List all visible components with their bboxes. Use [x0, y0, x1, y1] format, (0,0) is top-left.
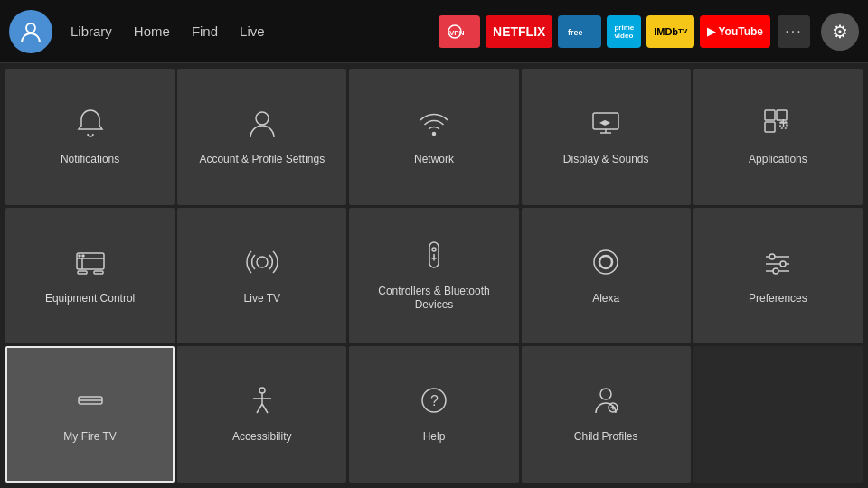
grid-item-live-tv[interactable]: Live TV	[177, 208, 346, 344]
grid-item-controllers-bluetooth[interactable]: Controllers & Bluetooth Devices	[349, 208, 518, 344]
app-imdb[interactable]: IMDbTV	[646, 15, 694, 48]
user-avatar[interactable]	[9, 10, 52, 53]
firetv-icon	[74, 384, 107, 421]
svg-point-21	[82, 255, 84, 257]
svg-point-28	[594, 250, 618, 274]
equipment-control-label: Equipment Control	[45, 292, 135, 306]
svg-line-42	[262, 404, 268, 413]
settings-button[interactable]: ⚙	[821, 13, 859, 51]
svg-point-29	[599, 256, 612, 268]
more-apps-button[interactable]: ···	[778, 15, 810, 48]
svg-rect-19	[94, 271, 103, 274]
alexa-icon	[590, 246, 622, 283]
remote-icon	[418, 239, 450, 276]
svg-point-35	[773, 268, 778, 274]
apps-icon	[761, 107, 794, 144]
svg-line-41	[257, 404, 262, 413]
grid-item-preferences[interactable]: Preferences	[693, 208, 863, 344]
child-profiles-label: Child Profiles	[574, 430, 638, 445]
svg-point-22	[257, 257, 268, 267]
preferences-label: Preferences	[749, 292, 807, 306]
my-fire-tv-label: My Fire TV	[63, 430, 116, 445]
person-icon	[246, 107, 278, 144]
svg-point-0	[26, 23, 35, 33]
svg-point-5	[256, 112, 269, 125]
svg-point-45	[600, 389, 611, 399]
antenna-icon	[246, 246, 278, 283]
app-freevee[interactable]: free	[558, 15, 601, 48]
grid-item-empty	[693, 346, 863, 483]
top-navigation: Library Home Find Live VPN NETFLIX free …	[0, 0, 868, 63]
grid-item-accessibility[interactable]: Accessibility	[177, 346, 346, 483]
bell-icon	[74, 107, 107, 144]
nav-links: Library Home Find Live	[69, 20, 267, 42]
grid-item-notifications[interactable]: Notifications	[5, 69, 175, 205]
display-icon: ◀▶	[590, 107, 622, 144]
app-youtube[interactable]: ▶ YouTube	[700, 15, 770, 48]
live-tv-label: Live TV	[244, 292, 280, 306]
nav-home[interactable]: Home	[132, 20, 172, 42]
nav-library[interactable]: Library	[69, 20, 114, 42]
display-sounds-label: Display & Sounds	[563, 153, 649, 167]
svg-point-38	[259, 388, 265, 393]
grid-item-help[interactable]: ? Help	[349, 346, 518, 483]
grid-item-network[interactable]: Network	[349, 69, 518, 205]
accessibility-label: Accessibility	[232, 430, 291, 445]
svg-text:◀▶: ◀▶	[599, 118, 611, 127]
grid-item-my-fire-tv[interactable]: My Fire TV	[5, 346, 175, 483]
grid-item-child-profiles[interactable]: Child Profiles	[522, 346, 691, 483]
svg-rect-10	[777, 110, 787, 120]
app-netflix[interactable]: NETFLIX	[486, 15, 552, 48]
network-label: Network	[414, 153, 454, 167]
svg-point-20	[79, 255, 80, 257]
grid-item-account-profile[interactable]: Account & Profile Settings	[177, 69, 346, 205]
app-prime-video[interactable]: primevideo	[607, 15, 641, 48]
applications-label: Applications	[749, 153, 807, 167]
controllers-bluetooth-label: Controllers & Bluetooth Devices	[358, 285, 509, 313]
svg-point-34	[780, 261, 786, 267]
svg-text:VPN: VPN	[449, 29, 465, 37]
grid-item-display-sounds[interactable]: ◀▶ Display & Sounds	[522, 69, 691, 205]
accessibility-icon	[246, 384, 278, 421]
settings-grid: Notifications Account & Profile Settings…	[0, 63, 868, 488]
svg-point-6	[432, 133, 435, 136]
svg-text:?: ?	[430, 393, 439, 408]
nav-find[interactable]: Find	[190, 20, 220, 42]
help-label: Help	[423, 430, 446, 445]
notifications-label: Notifications	[61, 153, 119, 167]
svg-text:free: free	[568, 28, 583, 37]
grid-item-applications[interactable]: Applications	[693, 69, 863, 205]
app-expressvpn[interactable]: VPN	[439, 15, 480, 48]
child-icon	[590, 384, 622, 421]
grid-item-equipment-control[interactable]: Equipment Control	[5, 208, 175, 344]
svg-rect-11	[765, 122, 775, 132]
sliders-icon	[761, 246, 794, 283]
svg-point-24	[432, 248, 436, 251]
svg-rect-9	[765, 110, 775, 120]
alexa-label: Alexa	[592, 292, 619, 306]
grid-item-alexa[interactable]: Alexa	[522, 208, 691, 344]
nav-live[interactable]: Live	[238, 20, 267, 42]
tv-icon	[74, 246, 107, 283]
help-icon: ?	[418, 384, 450, 421]
account-profile-label: Account & Profile Settings	[199, 153, 325, 167]
wifi-icon	[418, 107, 450, 144]
svg-rect-18	[78, 271, 87, 274]
svg-point-33	[769, 254, 775, 259]
app-shortcuts: VPN NETFLIX free primevideo IMDbTV ▶ You…	[439, 15, 770, 48]
